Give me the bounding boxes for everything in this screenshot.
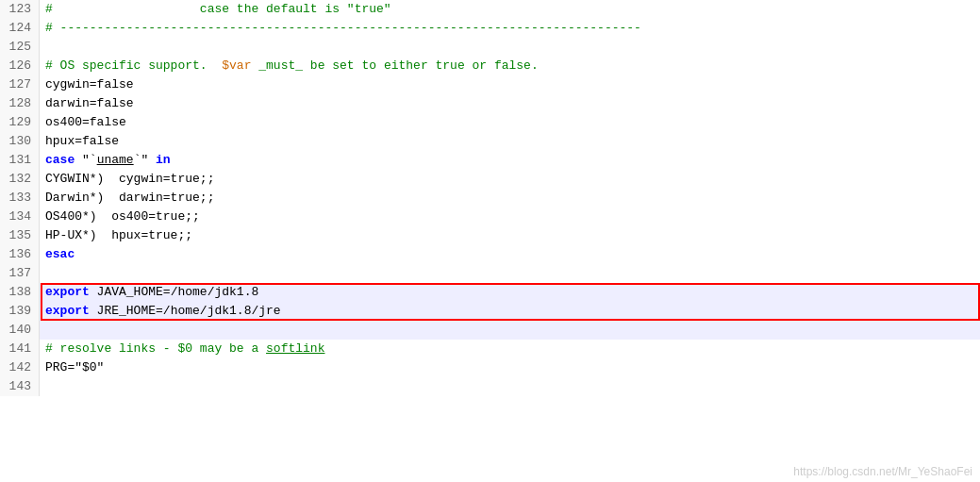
line-number: 129 bbox=[0, 113, 40, 132]
code-row: 141# resolve links - $0 may be a softlin… bbox=[0, 340, 980, 358]
code-content: CYGWIN*) cygwin=true;; bbox=[40, 170, 980, 189]
line-number: 142 bbox=[0, 358, 40, 377]
line-number: 140 bbox=[0, 321, 40, 340]
line-number: 135 bbox=[0, 226, 40, 245]
code-content: export JRE_HOME=/home/jdk1.8/jre bbox=[40, 302, 980, 321]
code-content bbox=[40, 377, 980, 396]
code-content: darwin=false bbox=[40, 94, 980, 113]
line-number: 138 bbox=[0, 283, 40, 302]
code-row: 130hpux=false bbox=[0, 132, 980, 151]
line-number: 132 bbox=[0, 170, 40, 189]
code-row: 128darwin=false bbox=[0, 94, 980, 113]
code-row: 138export JAVA_HOME=/home/jdk1.8 bbox=[0, 283, 980, 302]
line-number: 136 bbox=[0, 245, 40, 264]
line-number: 130 bbox=[0, 132, 40, 151]
code-row: 129os400=false bbox=[0, 113, 980, 132]
code-content: esac bbox=[40, 245, 980, 264]
code-content: PRG="$0" bbox=[40, 358, 980, 377]
code-row: 142PRG="$0" bbox=[0, 358, 980, 377]
code-content: export JAVA_HOME=/home/jdk1.8 bbox=[40, 283, 980, 302]
line-number: 124 bbox=[0, 19, 40, 38]
code-content: Darwin*) darwin=true;; bbox=[40, 189, 980, 208]
code-container: 123# case the default is "true"124# ----… bbox=[0, 0, 980, 482]
code-row: 123# case the default is "true" bbox=[0, 0, 980, 19]
line-number: 131 bbox=[0, 151, 40, 170]
code-row: 137 bbox=[0, 264, 980, 283]
code-row: 140 bbox=[0, 321, 980, 340]
code-content: # OS specific support. $var _must_ be se… bbox=[40, 57, 980, 75]
line-number: 125 bbox=[0, 38, 40, 57]
code-row: 134OS400*) os400=true;; bbox=[0, 208, 980, 226]
code-lines: 123# case the default is "true"124# ----… bbox=[0, 0, 980, 396]
code-content: case "`uname`" in bbox=[40, 151, 980, 170]
code-row: 132CYGWIN*) cygwin=true;; bbox=[0, 170, 980, 189]
code-content: OS400*) os400=true;; bbox=[40, 208, 980, 226]
code-row: 127cygwin=false bbox=[0, 75, 980, 94]
code-row: 131case "`uname`" in bbox=[0, 151, 980, 170]
code-row: 124# -----------------------------------… bbox=[0, 19, 980, 38]
line-number: 134 bbox=[0, 208, 40, 226]
code-content bbox=[40, 264, 980, 283]
line-number: 133 bbox=[0, 189, 40, 208]
line-number: 127 bbox=[0, 75, 40, 94]
code-row: 133Darwin*) darwin=true;; bbox=[0, 189, 980, 208]
code-row: 139export JRE_HOME=/home/jdk1.8/jre bbox=[0, 302, 980, 321]
line-number: 126 bbox=[0, 57, 40, 75]
code-row: 135HP-UX*) hpux=true;; bbox=[0, 226, 980, 245]
code-row: 126# OS specific support. $var _must_ be… bbox=[0, 57, 980, 75]
code-content: # --------------------------------------… bbox=[40, 19, 980, 38]
line-number: 139 bbox=[0, 302, 40, 321]
line-number: 128 bbox=[0, 94, 40, 113]
code-content: hpux=false bbox=[40, 132, 980, 151]
code-content: # case the default is "true" bbox=[40, 0, 980, 19]
line-number: 123 bbox=[0, 0, 40, 19]
code-content: # resolve links - $0 may be a softlink bbox=[40, 340, 980, 358]
line-number: 143 bbox=[0, 377, 40, 396]
code-row: 125 bbox=[0, 38, 980, 57]
code-row: 143 bbox=[0, 377, 980, 396]
line-number: 141 bbox=[0, 340, 40, 358]
code-content bbox=[40, 321, 980, 340]
watermark: https://blog.csdn.net/Mr_YeShaoFei bbox=[793, 465, 972, 478]
code-row: 136esac bbox=[0, 245, 980, 264]
code-content bbox=[40, 38, 980, 57]
line-number: 137 bbox=[0, 264, 40, 283]
code-content: cygwin=false bbox=[40, 75, 980, 94]
code-content: os400=false bbox=[40, 113, 980, 132]
code-content: HP-UX*) hpux=true;; bbox=[40, 226, 980, 245]
highlight-block: 138export JAVA_HOME=/home/jdk1.8139expor… bbox=[0, 283, 980, 321]
